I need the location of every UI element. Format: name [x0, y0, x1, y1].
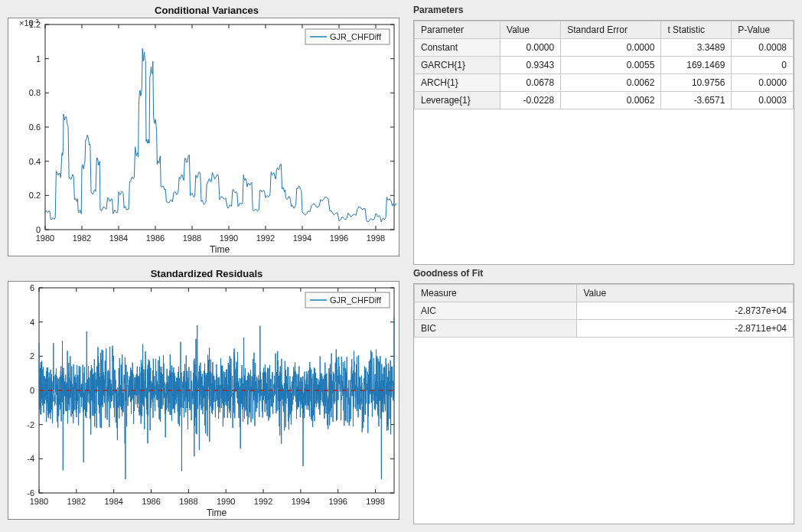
standardized-residuals-panel: Standardized Residuals -6-4-202461980198…	[8, 268, 406, 524]
svg-text:1998: 1998	[367, 233, 385, 243]
goodness-of-fit-panel: Goodness of Fit MeasureValueAIC-2.8737e+…	[413, 268, 794, 524]
gof-table-wrap[interactable]: MeasureValueAIC-2.8737e+04BIC-2.8711e+04	[413, 283, 794, 524]
svg-text:1980: 1980	[36, 233, 54, 243]
conditional-variances-panel: Conditional Variances 00.20.40.60.811.21…	[8, 5, 406, 265]
gof-table: MeasureValueAIC-2.8737e+04BIC-2.8711e+04	[414, 284, 794, 338]
svg-text:2: 2	[30, 351, 34, 361]
parameters-table: ParameterValueStandard Errort StatisticP…	[414, 21, 794, 109]
table-row[interactable]: BIC-2.8711e+04	[415, 320, 794, 338]
parameters-title: Parameters	[413, 5, 794, 15]
table-row[interactable]: GARCH{1}0.93430.0055169.14690	[415, 57, 794, 74]
table-row[interactable]: Leverage{1}-0.02280.0062-3.65710.0003	[415, 92, 794, 109]
table-header: Standard Error	[561, 21, 661, 39]
svg-text:4: 4	[30, 318, 34, 327]
conditional-variances-chart: 00.20.40.60.811.219801982198419861988199…	[8, 18, 399, 256]
svg-text:1992: 1992	[254, 497, 272, 506]
svg-text:1980: 1980	[30, 497, 48, 506]
svg-text:Time: Time	[207, 508, 227, 518]
table-header: Value	[500, 21, 561, 39]
svg-text:1992: 1992	[256, 233, 275, 243]
table-header: Parameter	[415, 21, 500, 39]
standardized-residuals-chart: -6-4-20246198019821984198619881990199219…	[8, 281, 399, 520]
table-row[interactable]: ARCH{1}0.06780.006210.97560.0000	[415, 74, 794, 92]
svg-text:1990: 1990	[220, 233, 238, 243]
svg-text:-2: -2	[27, 420, 34, 429]
svg-text:1: 1	[36, 54, 41, 64]
svg-text:1988: 1988	[179, 497, 197, 506]
parameters-panel: Parameters ParameterValueStandard Errort…	[413, 5, 794, 265]
svg-text:1982: 1982	[67, 497, 86, 506]
table-row[interactable]: AIC-2.8737e+04	[415, 302, 794, 320]
svg-text:1996: 1996	[328, 497, 347, 506]
svg-text:1982: 1982	[73, 233, 91, 243]
svg-text:0.2: 0.2	[29, 191, 41, 200]
svg-text:6: 6	[30, 283, 34, 292]
svg-text:1986: 1986	[146, 233, 165, 243]
svg-text:1984: 1984	[109, 233, 128, 243]
svg-text:1984: 1984	[104, 497, 122, 506]
chart2-title: Standardized Residuals	[8, 268, 406, 279]
svg-text:1990: 1990	[217, 497, 235, 506]
table-header: t Statistic	[661, 21, 732, 39]
svg-text:1988: 1988	[183, 233, 201, 243]
svg-text:1994: 1994	[292, 497, 310, 506]
table-row[interactable]: Constant0.00000.00003.34890.0008	[415, 39, 794, 57]
gof-title: Goodness of Fit	[413, 268, 794, 279]
svg-text:Time: Time	[210, 244, 230, 255]
table-header: P-Value	[732, 21, 794, 39]
svg-text:1996: 1996	[330, 233, 348, 243]
svg-text:-4: -4	[27, 454, 34, 463]
parameters-table-wrap[interactable]: ParameterValueStandard Errort StatisticP…	[413, 20, 794, 265]
svg-text:0: 0	[30, 386, 34, 395]
svg-text:0.6: 0.6	[29, 122, 41, 132]
svg-text:GJR_CHFDiff: GJR_CHFDiff	[330, 32, 382, 41]
chart1-title: Conditional Variances	[8, 5, 406, 16]
table-header: Value	[577, 285, 794, 302]
svg-text:1998: 1998	[366, 497, 384, 506]
svg-text:1986: 1986	[142, 497, 160, 506]
svg-text:0.8: 0.8	[29, 88, 41, 97]
svg-text:0.4: 0.4	[29, 157, 41, 166]
table-header: Measure	[415, 285, 577, 302]
svg-text:GJR_CHFDiff: GJR_CHFDiff	[330, 295, 382, 305]
svg-text:1994: 1994	[293, 233, 311, 243]
